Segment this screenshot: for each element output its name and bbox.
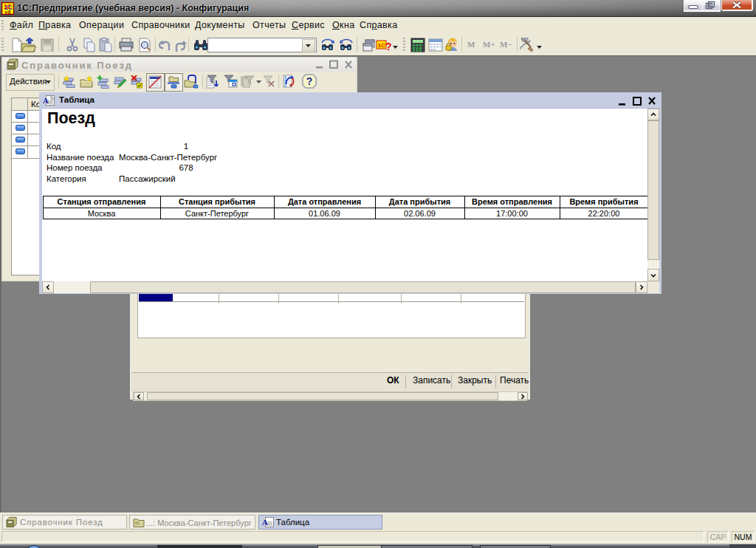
svg-text:A: A: [43, 96, 49, 105]
svg-text:A: A: [262, 518, 268, 527]
svg-text:?: ?: [306, 75, 313, 87]
svg-text:?: ?: [385, 41, 392, 52]
svg-text:v8: v8: [4, 9, 10, 16]
svg-text:1С: 1С: [378, 42, 385, 49]
